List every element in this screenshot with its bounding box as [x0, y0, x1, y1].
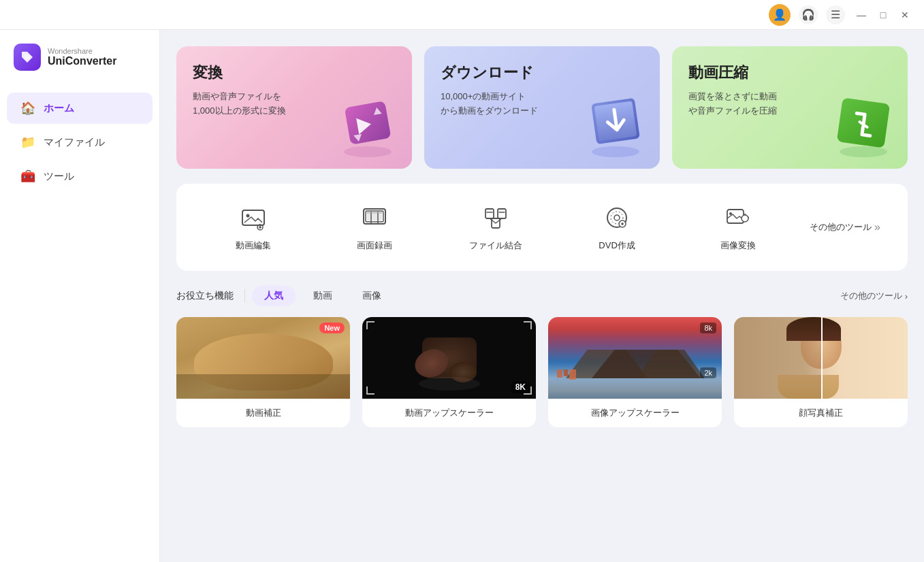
svg-rect-14 [485, 209, 494, 218]
download-desc: 10,000+の動画サイトから動画をダウンロード [441, 90, 577, 118]
menu-button[interactable]: ☰ [826, 5, 845, 24]
feature-card-face-enhance[interactable]: 顔写真補正 [734, 317, 908, 427]
hero-card-compress[interactable]: 動画圧縮 画質を落とさずに動画や音声ファイルを圧縮 [672, 46, 908, 169]
video-edit-icon [238, 203, 268, 233]
feature-card-image-upscaler[interactable]: 8k 2k 画像アップスケーラー [548, 317, 722, 427]
new-badge: New [319, 323, 345, 333]
logo-text: Wondershare UniConverter [48, 47, 116, 67]
featured-section-label: お役立ち機能 [176, 290, 234, 302]
download-icon [582, 90, 650, 165]
support-button[interactable]: 🎧 [799, 5, 818, 24]
tools-row: 動画編集 画面録画 [176, 184, 908, 271]
sidebar: Wondershare UniConverter 🏠 ホーム 📁 マイファイル … [0, 30, 160, 562]
tool-file-merge[interactable]: ファイル結合 [435, 197, 556, 257]
hero-card-download[interactable]: ダウンロード 10,000+の動画サイトから動画をダウンロード [424, 46, 660, 169]
svg-point-22 [729, 212, 732, 215]
tools-more-arrow: » [874, 221, 880, 233]
video-repair-thumb: New [176, 317, 350, 399]
folder-icon: 📁 [20, 135, 35, 150]
face-enhance-thumb [734, 317, 908, 399]
feature-card-video-upscaler[interactable]: 8K 動画アップスケーラー [362, 317, 536, 427]
tab-popular[interactable]: 人気 [252, 286, 296, 306]
file-merge-icon [481, 203, 511, 233]
svg-point-0 [344, 146, 392, 157]
tool-screen-record-label: 画面録画 [357, 239, 392, 252]
feature-cards-row: New 動画補正 [176, 317, 908, 427]
split-line [821, 317, 823, 399]
image-convert-icon [723, 203, 753, 233]
svg-point-5 [840, 146, 887, 157]
screen-record-icon [360, 203, 389, 233]
sidebar-item-tools-label: ツール [44, 170, 74, 183]
tool-image-convert[interactable]: 画像変換 [678, 197, 799, 257]
product-name: UniConverter [48, 55, 116, 67]
tool-video-edit-label: 動画編集 [236, 239, 271, 252]
image-upscaler-thumb: 8k 2k [548, 317, 722, 399]
tool-dvd-create[interactable]: DVD作成 [556, 197, 678, 257]
dvd-create-icon [602, 203, 632, 233]
minimize-button[interactable]: — [853, 7, 870, 23]
svg-point-23 [742, 215, 748, 222]
svg-point-8 [246, 214, 250, 218]
user-avatar[interactable]: 👤 [769, 4, 791, 26]
compress-icon [829, 90, 897, 165]
logo-area: Wondershare UniConverter [0, 44, 159, 91]
featured-more-button[interactable]: その他のツール › [840, 290, 908, 302]
tools-more-label: その他のツール » [810, 221, 880, 233]
close-button[interactable]: ✕ [897, 7, 913, 23]
image-2k-badge: 2k [700, 367, 716, 378]
upscaler-8k-badge: 8K [511, 381, 530, 393]
video-upscaler-thumb: 8K [362, 317, 536, 399]
tool-video-edit[interactable]: 動画編集 [193, 197, 314, 257]
tool-screen-record[interactable]: 画面録画 [314, 197, 435, 257]
svg-rect-13 [366, 212, 383, 214]
svg-point-18 [614, 215, 620, 220]
compress-title: 動画圧縮 [688, 63, 891, 83]
tool-file-merge-label: ファイル結合 [469, 239, 522, 252]
brand-name: Wondershare [48, 47, 116, 55]
tool-image-convert-label: 画像変換 [720, 239, 756, 252]
sidebar-item-home-label: ホーム [44, 102, 74, 115]
sidebar-item-tools[interactable]: 🧰 ツール [7, 161, 153, 192]
tool-dvd-create-label: DVD作成 [599, 239, 635, 252]
convert-desc: 動画や音声ファイルを1,000以上の形式に変換 [193, 90, 329, 118]
tools-more-button[interactable]: その他のツール » [799, 216, 891, 239]
tab-video[interactable]: 動画 [301, 286, 345, 306]
featured-header: お役立ち機能 人気 動画 画像 その他のツール › [176, 286, 908, 306]
compress-desc: 画質を落とさずに動画や音声ファイルを圧縮 [688, 90, 825, 118]
featured-more-arrow: › [905, 291, 908, 301]
image-8k-badge: 8k [700, 323, 716, 333]
window-controls: — □ ✕ [853, 7, 913, 23]
svg-rect-15 [498, 209, 506, 218]
main-layout: Wondershare UniConverter 🏠 ホーム 📁 マイファイル … [0, 30, 924, 562]
home-icon: 🏠 [20, 101, 35, 116]
maximize-button[interactable]: □ [875, 7, 891, 23]
sidebar-item-myfiles[interactable]: 📁 マイファイル [7, 127, 153, 158]
app-logo-icon [14, 44, 41, 71]
video-upscaler-label: 動画アップスケーラー [362, 399, 536, 427]
convert-icon [334, 90, 402, 165]
convert-title: 変換 [193, 63, 396, 83]
user-avatar-label: 👤 [773, 8, 786, 21]
tools-icon: 🧰 [20, 169, 35, 184]
title-bar: 👤 🎧 ☰ — □ ✕ [0, 0, 924, 30]
featured-divider [244, 289, 245, 303]
sidebar-item-home[interactable]: 🏠 ホーム [7, 93, 153, 124]
headphones-icon: 🎧 [801, 8, 815, 21]
hero-card-convert[interactable]: 変換 動画や音声ファイルを1,000以上の形式に変換 [176, 46, 412, 169]
tab-image[interactable]: 画像 [350, 286, 394, 306]
sidebar-item-myfiles-label: マイファイル [44, 136, 105, 149]
video-repair-label: 動画補正 [176, 399, 350, 427]
menu-icon: ☰ [831, 8, 840, 21]
svg-point-2 [592, 146, 639, 157]
download-title: ダウンロード [441, 63, 643, 83]
svg-rect-7 [242, 210, 264, 225]
hero-cards-row: 変換 動画や音声ファイルを1,000以上の形式に変換 [176, 46, 908, 169]
face-enhance-label: 顔写真補正 [734, 399, 908, 427]
image-upscaler-label: 画像アップスケーラー [548, 399, 722, 427]
feature-card-video-repair[interactable]: New 動画補正 [176, 317, 350, 427]
content-area: 変換 動画や音声ファイルを1,000以上の形式に変換 [160, 30, 924, 562]
